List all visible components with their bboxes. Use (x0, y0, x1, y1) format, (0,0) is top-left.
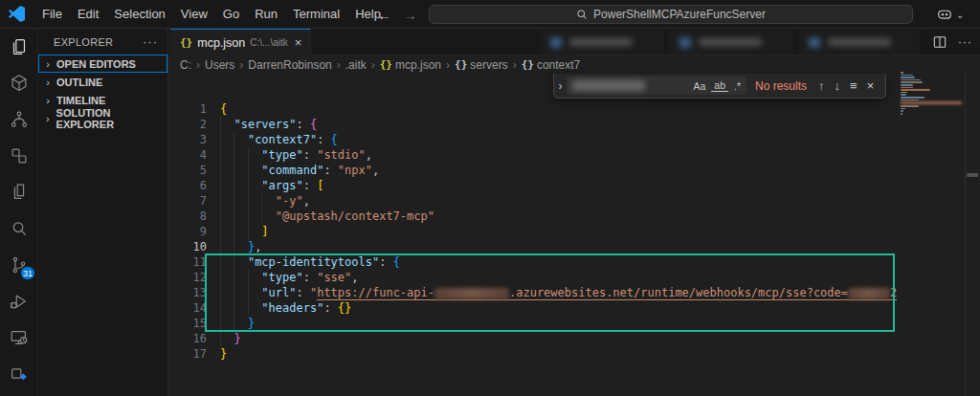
menu-selection[interactable]: Selection (106, 4, 172, 24)
line-number: 1 (168, 101, 207, 117)
activity-pages-icon[interactable] (0, 174, 38, 210)
activity-source-control-icon[interactable]: 31 (0, 247, 38, 283)
code-line-10: 10 }, (168, 239, 897, 254)
minimap-line (901, 81, 923, 83)
breadcrumb-item-darrenrobinson[interactable]: DarrenRobinson (248, 58, 331, 72)
find-toggle-replace-icon[interactable]: › (554, 74, 567, 98)
code-token (220, 332, 234, 345)
command-center-search[interactable]: PowerShellMCPAzureFuncServer (429, 5, 913, 24)
redacted-tab[interactable] (541, 30, 665, 55)
tab-close-icon[interactable]: × (295, 35, 302, 50)
code-token: , (372, 164, 379, 177)
minimap-line (901, 92, 907, 94)
activity-project-diamond-icon[interactable] (0, 356, 38, 392)
redacted-tab[interactable] (670, 30, 794, 55)
tab-path: C:\...\aitk (250, 37, 287, 48)
object-symbol-icon: {} (522, 58, 534, 71)
vscode-logo-icon[interactable] (9, 6, 25, 22)
activity-toolkit-cube-icon[interactable] (0, 65, 38, 101)
title-bar: FileEditSelectionViewGoRunTerminalHelp ←… (0, 0, 980, 29)
tab-mcp-json[interactable]: {} mcp.json C:\...\aitk × (170, 29, 311, 55)
find-in-selection-icon[interactable]: ≡ (845, 78, 862, 93)
match-case-toggle[interactable]: Aa (690, 80, 708, 92)
code-token: { (310, 118, 317, 131)
find-previous-icon[interactable]: ↑ (813, 78, 830, 93)
breadcrumb-item-context7[interactable]: {}context7 (522, 58, 581, 72)
activity-explorer-icon[interactable] (0, 29, 38, 65)
code-token (220, 148, 261, 162)
activity-debug-icon[interactable] (0, 283, 38, 319)
section-label: OUTLINE (56, 77, 102, 88)
code-line-6: 6 "args": [ (168, 178, 897, 193)
find-close-icon[interactable]: × (862, 78, 880, 93)
code-token: { (220, 102, 227, 116)
activity-org-chart-icon[interactable] (0, 101, 38, 138)
breadcrumb-item-mcp-json[interactable]: {}mcp.json (380, 58, 441, 72)
line-number: 13 (168, 285, 207, 300)
copilot-icon[interactable] (935, 5, 954, 24)
line-number: 9 (168, 224, 207, 239)
indent-guide (248, 147, 249, 239)
redacted-tab-icon (679, 37, 691, 48)
menu-edit[interactable]: Edit (70, 4, 106, 24)
code-token: { (331, 133, 338, 146)
find-input[interactable]: Aa ab .* (567, 77, 746, 95)
code-token (220, 225, 261, 238)
activity-bar: 31 (0, 29, 38, 396)
object-symbol-icon: {} (455, 58, 467, 71)
copilot-chevron-down-icon[interactable]: ⌄ (956, 10, 964, 20)
source-control-badge: 31 (20, 266, 35, 280)
chevron-right-icon: › (43, 113, 53, 124)
json-file-icon: {} (380, 58, 392, 71)
code-line-1: 1{ (168, 101, 897, 117)
section-label: OPEN EDITORS (56, 58, 136, 70)
redacted-tab[interactable] (799, 30, 921, 55)
minimap-line (901, 108, 905, 110)
line-number: 4 (168, 147, 207, 163)
code-token (220, 118, 234, 131)
nav-back-icon[interactable]: ← (377, 7, 391, 23)
breadcrumb-separator-icon: › (337, 58, 341, 72)
nav-forward-icon[interactable]: → (403, 7, 417, 23)
breadcrumb-item--aitk[interactable]: .aitk (345, 58, 367, 72)
split-editor-icon[interactable] (933, 35, 947, 49)
minimap-line (901, 105, 919, 107)
breadcrumb-item-servers[interactable]: {}servers (455, 58, 508, 72)
sidebar-title: EXPLORER (54, 36, 113, 48)
regex-toggle[interactable]: .* (731, 80, 744, 92)
explorer-sidebar: EXPLORER ··· ›OPEN EDITORS›OUTLINE›TIMEL… (38, 29, 168, 396)
whole-word-toggle[interactable]: ab (711, 79, 728, 92)
minimap-line (901, 101, 962, 104)
menu-run[interactable]: Run (247, 4, 285, 24)
sidebar-section-outline[interactable]: ›OUTLINE (38, 73, 167, 91)
code-token: ] (261, 225, 268, 238)
code-line-17: 17} (168, 346, 897, 362)
minimap[interactable] (901, 72, 965, 116)
breadcrumb-item-users[interactable]: Users (205, 58, 234, 72)
code-token: "type" (261, 148, 302, 162)
editor-more-actions-icon[interactable]: ··· (958, 35, 972, 49)
activity-remote-monitor-icon[interactable] (0, 319, 38, 356)
sidebar-section-open-editors[interactable]: ›OPEN EDITORS (38, 55, 167, 73)
menu-view[interactable]: View (173, 4, 215, 24)
activity-search-icon[interactable] (0, 210, 38, 247)
menu-file[interactable]: File (34, 4, 70, 24)
redacted-tab-icon (809, 37, 820, 48)
sidebar-section-solution-explorer[interactable]: ›SOLUTION EXPLORER (38, 109, 167, 127)
line-number: 17 (168, 346, 207, 362)
redacted-tab-icon (550, 37, 562, 48)
find-next-icon[interactable]: ↓ (830, 78, 846, 93)
menu-terminal[interactable]: Terminal (285, 4, 347, 24)
activity-linked-squares-icon[interactable] (0, 138, 38, 174)
sidebar-more-actions-icon[interactable]: ··· (143, 34, 158, 49)
breadcrumb-label: Users (205, 58, 234, 72)
code-token: "@upstash/context7-mcp" (276, 209, 434, 223)
code-line-9: 9 ] (168, 224, 897, 239)
line-number: 12 (168, 270, 207, 285)
minimap-line (901, 99, 919, 101)
breadcrumb-label: mcp.json (395, 58, 441, 72)
chevron-right-icon: › (43, 77, 53, 88)
menu-go[interactable]: Go (215, 4, 247, 24)
breadcrumb-item-c-[interactable]: C: (180, 58, 191, 72)
code-token: : (317, 133, 330, 146)
